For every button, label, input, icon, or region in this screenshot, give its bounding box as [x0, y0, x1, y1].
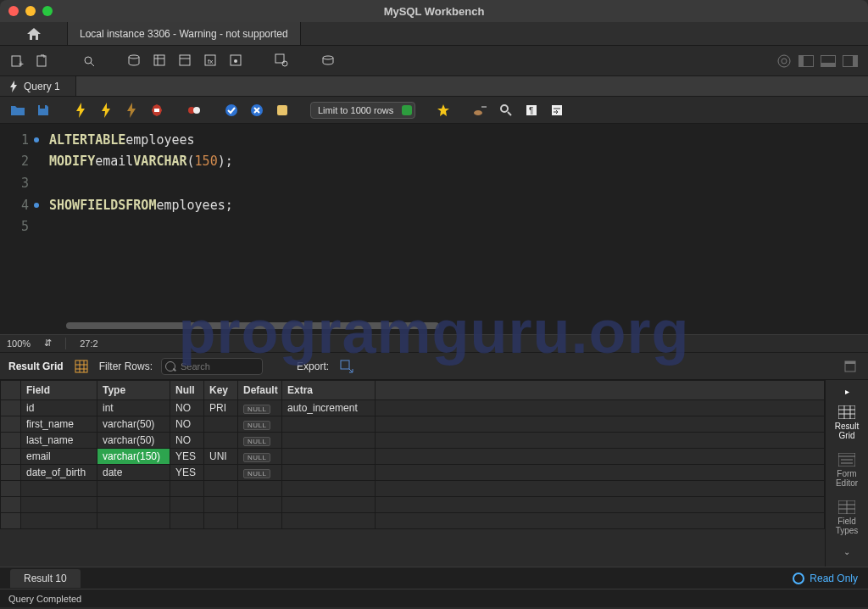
stop-button[interactable]	[147, 101, 166, 120]
lightning-icon	[8, 81, 19, 92]
maximize-result-button[interactable]	[841, 357, 860, 376]
create-schema-button[interactable]	[125, 52, 144, 70]
explain-button[interactable]	[122, 101, 141, 120]
row-limit-select[interactable]: Limit to 1000 rows	[310, 102, 415, 119]
open-sql-file-button[interactable]	[34, 52, 53, 70]
zoom-stepper-icon[interactable]: ⇵	[44, 338, 52, 349]
svg-text:+: +	[19, 59, 24, 69]
svg-rect-41	[838, 405, 855, 419]
create-function-button[interactable]	[227, 52, 246, 70]
connection-tab[interactable]: Local instance 3306 - Warning - not supp…	[68, 22, 301, 45]
window-title: MySQL Workbench	[0, 5, 868, 18]
readonly-indicator: Read Only	[793, 573, 858, 584]
svg-rect-33	[75, 360, 87, 372]
filter-rows-label: Filter Rows:	[99, 360, 153, 372]
result-grid-label: Result Grid	[8, 360, 64, 372]
cursor-position: 27:2	[80, 338, 97, 349]
editor-code[interactable]: ALTER TABLE employees MODIFY email VARCH…	[49, 124, 868, 334]
save-file-button[interactable]	[34, 101, 53, 120]
side-panel-form-editor[interactable]: FormEditor	[826, 449, 868, 491]
side-panel-result-grid[interactable]: ResultGrid	[826, 401, 868, 444]
create-procedure-button[interactable]: fx	[202, 52, 220, 70]
create-table-button[interactable]	[151, 52, 170, 70]
table-row-empty	[1, 497, 825, 513]
titlebar: MySQL Workbench	[0, 0, 868, 22]
filter-rows-input[interactable]	[161, 358, 263, 375]
commit-button[interactable]	[222, 101, 241, 120]
settings-button[interactable]	[775, 52, 793, 70]
query-tab-strip: Query 1	[0, 76, 868, 97]
editor-toolbar: I Limit to 1000 rows ¶	[0, 97, 868, 124]
table-row[interactable]: first_namevarchar(50)NONULL	[1, 416, 825, 433]
maximize-window-button[interactable]	[42, 6, 53, 16]
home-tab[interactable]	[0, 22, 68, 45]
svg-point-16	[323, 56, 333, 59]
minimize-window-button[interactable]	[25, 6, 36, 16]
table-row[interactable]: date_of_birthdateYESNULL	[1, 465, 825, 481]
zoom-level[interactable]: 100%	[7, 338, 31, 349]
svg-point-18	[782, 59, 787, 64]
reconnect-button[interactable]	[319, 52, 337, 70]
side-panel-arrow-icon[interactable]: ▸	[845, 387, 849, 396]
favorite-button[interactable]	[434, 101, 453, 120]
table-row[interactable]: last_namevarchar(50)NONULL	[1, 433, 825, 449]
window-controls	[8, 6, 53, 16]
open-file-button[interactable]	[8, 101, 27, 120]
svg-rect-19	[40, 105, 45, 109]
close-window-button[interactable]	[8, 6, 19, 16]
svg-point-23	[193, 107, 200, 114]
inspector-button[interactable]	[80, 52, 98, 70]
find-button[interactable]	[497, 101, 515, 120]
connection-tab-strip: Local instance 3306 - Warning - not supp…	[0, 22, 868, 46]
home-icon	[26, 27, 42, 41]
svg-point-24	[225, 104, 237, 116]
query-tab[interactable]: Query 1	[0, 76, 76, 96]
editor-status-strip: 100% ⇵ 27:2	[0, 334, 868, 353]
results-area: Field Type Null Key Default Extra idintN…	[0, 380, 868, 567]
toggle-invisible-button[interactable]: ¶	[522, 101, 541, 120]
sql-editor[interactable]: 1 2 3 4 5 ALTER TABLE employees MODIFY e…	[0, 124, 868, 334]
result-table[interactable]: Field Type Null Key Default Extra idintN…	[0, 380, 825, 529]
svg-text:I: I	[107, 103, 108, 109]
status-bar: Query Completed	[0, 589, 868, 607]
svg-rect-32	[552, 105, 562, 115]
export-label: Export:	[297, 360, 329, 372]
toggle-bottom-panel-button[interactable]	[819, 52, 837, 70]
result-tab[interactable]: Result 10	[10, 569, 81, 588]
status-text: Query Completed	[8, 594, 81, 604]
editor-horizontal-scrollbar[interactable]	[66, 322, 439, 329]
toggle-left-panel-button[interactable]	[797, 52, 815, 70]
execute-current-button[interactable]: I	[97, 101, 115, 120]
table-row-empty	[1, 513, 825, 529]
svg-point-17	[778, 55, 790, 67]
svg-point-3	[85, 57, 92, 64]
export-button[interactable]	[337, 357, 356, 376]
side-panel-down-icon[interactable]: ⌄	[843, 547, 850, 556]
side-panel-field-types[interactable]: FieldTypes	[826, 496, 868, 539]
beautify-button[interactable]	[471, 101, 490, 120]
result-side-panel: ▸ ResultGrid FormEditor FieldTypes ⌄	[826, 380, 868, 567]
table-header-row: Field Type Null Key Default Extra	[1, 381, 825, 400]
rollback-button[interactable]	[248, 101, 266, 120]
svg-rect-40	[845, 361, 855, 364]
svg-text:fx: fx	[208, 58, 213, 65]
svg-point-29	[501, 105, 508, 112]
toggle-autocommit-button[interactable]	[185, 101, 203, 120]
new-sql-tab-button[interactable]: +	[8, 52, 27, 70]
svg-point-4	[129, 55, 139, 59]
svg-rect-5	[154, 55, 164, 65]
svg-rect-28	[481, 106, 487, 108]
toggle-right-panel-button[interactable]	[841, 52, 860, 70]
search-table-button[interactable]	[273, 52, 292, 70]
main-toolbar: + fx	[0, 46, 868, 76]
wrap-button[interactable]	[548, 101, 566, 120]
execute-button[interactable]	[71, 101, 90, 120]
svg-rect-38	[341, 360, 349, 369]
table-row[interactable]: idintNOPRINULLauto_increment	[1, 400, 825, 416]
table-row[interactable]: emailvarchar(150)YESUNINULL	[1, 449, 825, 465]
result-grid-icon[interactable]	[72, 357, 91, 376]
svg-rect-14	[275, 54, 284, 63]
toggle-safe-button[interactable]	[273, 101, 292, 120]
svg-point-15	[282, 61, 287, 66]
create-view-button[interactable]	[176, 52, 195, 70]
